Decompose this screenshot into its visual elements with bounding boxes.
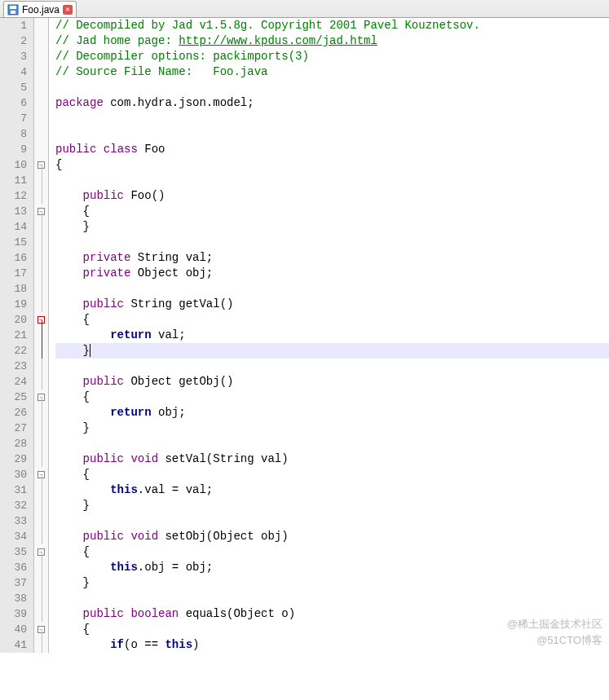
code-line[interactable]: this.obj = obj;: [55, 560, 609, 575]
file-tab[interactable]: Foo.java ✕: [3, 1, 77, 17]
fold-marker: −: [34, 204, 48, 219]
code-token: [55, 375, 83, 388]
code-token: // Jad home page:: [55, 34, 179, 47]
line-number: 2: [3, 33, 27, 49]
code-line[interactable]: return obj;: [55, 405, 609, 420]
fold-marker: [34, 451, 48, 467]
code-line[interactable]: [55, 173, 609, 188]
line-number: 18: [3, 281, 27, 297]
code-line[interactable]: private String val;: [55, 250, 609, 266]
fold-marker: [34, 281, 48, 297]
code-line[interactable]: [55, 111, 609, 126]
code-line[interactable]: this.val = val;: [55, 482, 609, 498]
line-number: 19: [3, 297, 27, 312]
code-token: public: [83, 297, 124, 310]
code-line[interactable]: // Decompiled by Jad v1.5.8g. Copyright …: [55, 18, 609, 33]
line-number: 41: [3, 637, 27, 653]
code-line[interactable]: [55, 591, 609, 606]
code-line[interactable]: [55, 281, 609, 297]
code-token: ): [192, 638, 199, 651]
line-number: 20: [3, 312, 27, 328]
fold-gutter: −−−−−−−: [34, 18, 49, 653]
code-token: this: [110, 483, 138, 496]
fold-marker: [34, 219, 48, 235]
line-number: 8: [3, 126, 27, 142]
code-line[interactable]: // Decompiler options: packimports(3): [55, 49, 609, 64]
code-line[interactable]: [55, 235, 609, 250]
line-number: 17: [3, 266, 27, 281]
code-token: // Decompiler options: packimports(3): [55, 50, 316, 63]
line-number: 22: [3, 343, 27, 359]
code-line[interactable]: }: [55, 498, 609, 513]
code-line[interactable]: {: [55, 204, 609, 219]
line-number: 31: [3, 482, 27, 498]
code-line[interactable]: [55, 80, 609, 95]
line-number: 9: [3, 142, 27, 157]
line-number: 38: [3, 591, 27, 606]
fold-marker: [34, 111, 48, 126]
line-number: 5: [3, 80, 27, 95]
code-line[interactable]: }: [55, 343, 609, 359]
line-number: 34: [3, 529, 27, 544]
fold-marker: [34, 591, 48, 606]
fold-marker: [34, 266, 48, 281]
code-token: obj;: [152, 406, 186, 419]
code-token: }: [55, 576, 90, 589]
line-number: 37: [3, 575, 27, 591]
line-number: 4: [3, 64, 27, 80]
code-area[interactable]: @稀土掘金技术社区 @51CTO博客 // Decompiled by Jad …: [49, 18, 609, 653]
code-line[interactable]: {: [55, 312, 609, 328]
code-line[interactable]: public Foo(): [55, 188, 609, 204]
code-token: public: [83, 189, 124, 202]
code-line[interactable]: {: [55, 390, 609, 405]
code-line[interactable]: }: [55, 219, 609, 235]
code-line[interactable]: public void setVal(String val): [55, 451, 609, 467]
code-line[interactable]: {: [55, 467, 609, 482]
fold-marker: [34, 374, 48, 390]
code-token: class: [104, 143, 138, 156]
code-line[interactable]: return val;: [55, 328, 609, 343]
code-line[interactable]: {: [55, 157, 609, 173]
code-token: (o ==: [124, 638, 165, 651]
line-number: 15: [3, 235, 27, 250]
code-token: [55, 452, 83, 465]
code-line[interactable]: public class Foo: [55, 142, 609, 157]
code-token: equals(Object o): [179, 607, 295, 620]
line-number: 39: [3, 606, 27, 622]
code-token: public: [83, 452, 124, 465]
code-line[interactable]: public String getVal(): [55, 297, 609, 312]
close-tab-icon[interactable]: ✕: [63, 5, 73, 15]
fold-marker: [34, 343, 48, 359]
code-token: String val;: [130, 251, 213, 264]
line-number: 7: [3, 111, 27, 126]
code-line[interactable]: // Source File Name: Foo.java: [55, 64, 609, 80]
svg-rect-2: [11, 11, 15, 14]
fold-marker: [34, 80, 48, 95]
code-line[interactable]: if(o == this): [55, 637, 609, 653]
code-line[interactable]: {: [55, 622, 609, 637]
code-line[interactable]: {: [55, 544, 609, 560]
code-line[interactable]: private Object obj;: [55, 266, 609, 281]
code-line[interactable]: public void setObj(Object obj): [55, 529, 609, 544]
code-line[interactable]: public boolean equals(Object o): [55, 606, 609, 622]
line-number: 13: [3, 204, 27, 219]
code-token: [55, 561, 110, 574]
code-token: [55, 297, 83, 310]
code-token: [55, 483, 110, 496]
code-token: Foo(): [124, 189, 165, 202]
code-token: }: [55, 499, 90, 512]
code-line[interactable]: // Jad home page: http://www.kpdus.com/j…: [55, 33, 609, 49]
code-token: private: [83, 251, 131, 264]
code-line[interactable]: [55, 126, 609, 142]
code-line[interactable]: [55, 359, 609, 374]
fold-marker: −: [34, 312, 48, 328]
line-number: 32: [3, 498, 27, 513]
code-line[interactable]: }: [55, 420, 609, 436]
code-token: .obj = obj;: [138, 561, 213, 574]
code-line[interactable]: [55, 513, 609, 529]
code-line[interactable]: }: [55, 575, 609, 591]
code-line[interactable]: public Object getObj(): [55, 374, 609, 390]
code-line[interactable]: [55, 436, 609, 451]
code-token: com.hydra.json.model;: [104, 96, 254, 109]
code-line[interactable]: package com.hydra.json.model;: [55, 95, 609, 111]
